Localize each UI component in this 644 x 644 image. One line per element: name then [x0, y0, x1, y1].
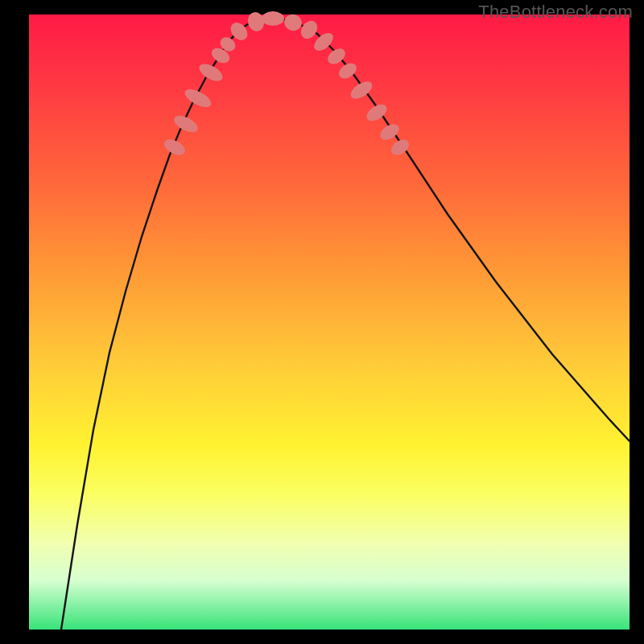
curve-marker	[162, 136, 188, 158]
chart-svg	[29, 14, 630, 630]
curve-marker	[196, 60, 225, 85]
chart-frame: TheBottleneck.com	[0, 0, 644, 644]
curve-marker	[182, 85, 213, 110]
curve-marker	[282, 12, 304, 33]
bottleneck-curve-path	[61, 18, 630, 630]
marker-layer	[162, 10, 412, 159]
watermark-text: TheBottleneck.com	[478, 2, 633, 23]
curve-marker	[262, 11, 284, 26]
